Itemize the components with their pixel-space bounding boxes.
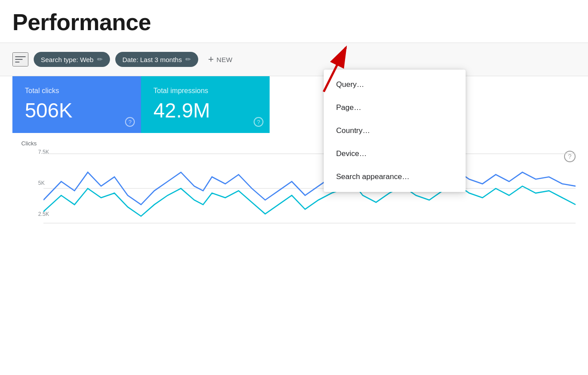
filter-icon (15, 55, 26, 64)
toolbar: Search type: Web ✏ Date: Last 3 months ✏… (0, 43, 588, 76)
edit-icon-date: ✏ (185, 55, 191, 63)
chart-section: Clicks 7.5K 5K 2.5K (12, 140, 576, 255)
stat-card-impressions: Total impressions 42.9M ? (141, 76, 270, 133)
stats-row: Total clicks 506K ? Total impressions 42… (12, 76, 576, 133)
dropdown-item-query[interactable]: Query… (324, 73, 466, 96)
stat-card-clicks: Total clicks 506K ? (12, 76, 141, 133)
main-content: Total clicks 506K ? Total impressions 42… (0, 76, 588, 255)
dropdown-menu: Query… Page… Country… Device… Search app… (324, 70, 466, 192)
filter-button[interactable] (12, 52, 28, 66)
stat-impressions-label: Total impressions (153, 87, 257, 95)
plus-icon: + (208, 54, 214, 65)
chart-y-label: Clicks (21, 140, 37, 147)
dropdown-item-device[interactable]: Device… (324, 142, 466, 165)
help-icon-impressions[interactable]: ? (254, 117, 263, 127)
new-label: NEW (216, 56, 232, 63)
date-chip[interactable]: Date: Last 3 months ✏ (115, 52, 198, 67)
new-button[interactable]: + NEW (204, 51, 237, 68)
stat-clicks-label: Total clicks (25, 87, 129, 95)
search-type-chip[interactable]: Search type: Web ✏ (34, 52, 110, 67)
page-title: Performance (12, 9, 576, 35)
stat-impressions-value: 42.9M (153, 98, 257, 122)
chart-svg (43, 145, 576, 251)
help-icon-clicks[interactable]: ? (125, 117, 135, 127)
date-label: Date: Last 3 months (122, 56, 182, 63)
edit-icon: ✏ (97, 55, 103, 63)
stat-clicks-value: 506K (25, 98, 129, 122)
header: Performance (0, 0, 588, 43)
dropdown-item-page[interactable]: Page… (324, 96, 466, 119)
dropdown-item-country[interactable]: Country… (324, 119, 466, 142)
dropdown-item-search-appearance[interactable]: Search appearance… (324, 165, 466, 188)
search-type-label: Search type: Web (41, 56, 94, 63)
